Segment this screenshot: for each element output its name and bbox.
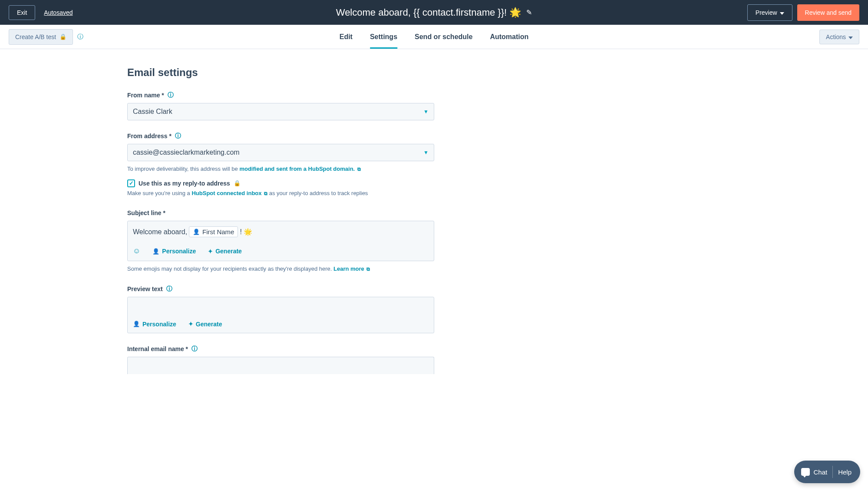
internal-name-input[interactable] <box>127 357 434 374</box>
subject-helper: Some emojis may not display for your rec… <box>127 265 434 273</box>
sparkle-icon: ✦ <box>208 248 213 255</box>
page-title-text: Welcome aboard, {{ contact.firstname }}!… <box>336 7 521 18</box>
subject-actions: ☺ 👤 Personalize ✦ Generate <box>133 247 429 255</box>
generate-label: Generate <box>215 248 242 255</box>
link-text: modified and sent from a HubSpot domain. <box>239 166 355 172</box>
from-name-label-text: From name * <box>127 92 164 99</box>
preview-text-content <box>133 302 429 313</box>
personalize-button[interactable]: 👤 Personalize <box>133 321 176 328</box>
from-name-select[interactable]: Cassie Clark ▼ <box>127 103 434 120</box>
exit-button[interactable]: Exit <box>9 5 35 20</box>
from-address-helper: To improve deliverability, this address … <box>127 165 434 173</box>
info-icon[interactable] <box>166 286 172 292</box>
reply-to-checkbox-row: ✓ Use this as my reply-to address 🔒 <box>127 179 434 187</box>
create-ab-test-button[interactable]: Create A/B test 🔒 <box>9 29 73 45</box>
subject-line-group: Subject line * Welcome aboard, 👤 First N… <box>127 209 434 273</box>
lock-icon: 🔒 <box>234 180 241 186</box>
reply-to-label: Use this as my reply-to address 🔒 <box>139 180 241 187</box>
learn-more-link[interactable]: Learn more ⧉ <box>333 265 370 272</box>
chevron-down-icon <box>780 9 784 16</box>
subject-line-label: Subject line * <box>127 209 434 216</box>
header-title-area: Welcome aboard, {{ contact.firstname }}!… <box>336 7 532 18</box>
generate-button[interactable]: ✦ Generate <box>188 321 222 328</box>
tab-settings[interactable]: Settings <box>370 25 397 49</box>
connected-inbox-link[interactable]: HubSpot connected inbox ⧉ <box>191 190 269 196</box>
header-right: Preview Review and send <box>747 4 859 21</box>
subject-label-text: Subject line * <box>127 209 165 216</box>
internal-name-label-text: Internal email name * <box>127 345 188 352</box>
reply-to-label-text: Use this as my reply-to address <box>139 180 230 187</box>
helper-pre: Make sure you're using a <box>127 190 191 196</box>
tab-automation[interactable]: Automation <box>490 25 528 49</box>
person-icon: 👤 <box>152 248 159 255</box>
preview-text-label: Preview text <box>127 285 434 292</box>
generate-button[interactable]: ✦ Generate <box>208 248 242 255</box>
main-content: Email settings From name * Cassie Clark … <box>127 49 434 400</box>
info-icon[interactable] <box>168 92 174 98</box>
info-icon[interactable] <box>175 133 181 139</box>
from-address-group: From address * cassie@cassieclarkmarketi… <box>127 133 434 197</box>
helper-pre: To improve deliverability, this address … <box>127 166 239 172</box>
actions-button[interactable]: Actions <box>819 30 859 44</box>
tabs: Edit Settings Send or schedule Automatio… <box>340 25 529 49</box>
emoji-picker-button[interactable]: ☺ <box>133 247 140 255</box>
from-name-group: From name * Cassie Clark ▼ <box>127 92 434 120</box>
from-name-label: From name * <box>127 92 434 99</box>
preview-text-group: Preview text 👤 Personalize ✦ Generate <box>127 285 434 333</box>
internal-name-label: Internal email name * <box>127 345 434 352</box>
from-address-label-text: From address * <box>127 133 172 139</box>
preview-actions: 👤 Personalize ✦ Generate <box>133 321 429 328</box>
review-send-button[interactable]: Review and send <box>797 4 859 21</box>
page-heading: Email settings <box>127 66 434 79</box>
preview-text-input[interactable]: 👤 Personalize ✦ Generate <box>127 297 434 333</box>
link-text: Learn more <box>333 265 364 272</box>
helper-post: as your reply-to address to track replie… <box>269 190 368 196</box>
external-link-icon: ⧉ <box>264 191 267 196</box>
subject-content: Welcome aboard, 👤 First Name ! 🌟 <box>133 226 429 237</box>
personalize-label: Personalize <box>142 321 176 328</box>
tab-send-schedule[interactable]: Send or schedule <box>415 25 472 49</box>
token-label: First Name <box>202 228 234 236</box>
caret-down-icon: ▼ <box>423 149 429 156</box>
pencil-icon[interactable]: ✎ <box>526 8 532 17</box>
sub-header: Create A/B test 🔒 Edit Settings Send or … <box>0 25 868 49</box>
from-address-label: From address * <box>127 133 434 139</box>
info-icon[interactable] <box>191 346 198 352</box>
external-link-icon: ⧉ <box>366 266 370 272</box>
preview-button[interactable]: Preview <box>747 4 792 21</box>
subject-text-before: Welcome aboard, <box>133 228 187 236</box>
subject-text-after: ! 🌟 <box>240 228 252 236</box>
autosaved-link[interactable]: Autosaved <box>44 9 73 16</box>
info-icon[interactable] <box>77 34 83 40</box>
person-icon: 👤 <box>193 229 200 235</box>
link-text: HubSpot connected inbox <box>191 190 261 196</box>
reply-to-checkbox[interactable]: ✓ <box>127 179 135 187</box>
external-link-icon: ⧉ <box>357 166 361 172</box>
preview-label: Preview <box>756 9 777 16</box>
lock-icon: 🔒 <box>59 33 66 40</box>
caret-down-icon: ▼ <box>423 109 429 115</box>
subject-line-input[interactable]: Welcome aboard, 👤 First Name ! 🌟 ☺ 👤 Per… <box>127 221 434 261</box>
helper-pre: Some emojis may not display for your rec… <box>127 265 333 272</box>
reply-to-helper: Make sure you're using a HubSpot connect… <box>127 189 434 198</box>
chevron-down-icon <box>848 33 853 40</box>
hubspot-domain-link[interactable]: modified and sent from a HubSpot domain.… <box>239 166 360 172</box>
tab-edit[interactable]: Edit <box>340 25 353 49</box>
from-name-value: Cassie Clark <box>133 108 172 116</box>
from-address-select[interactable]: cassie@cassieclarkmarketing.com ▼ <box>127 144 434 161</box>
header-left: Exit Autosaved <box>9 5 73 20</box>
personalize-label: Personalize <box>162 248 196 255</box>
actions-label: Actions <box>826 33 846 40</box>
ab-test-label: Create A/B test <box>15 33 56 40</box>
preview-text-label-text: Preview text <box>127 285 163 292</box>
personalization-token[interactable]: 👤 First Name <box>189 226 238 237</box>
internal-name-group: Internal email name * <box>127 345 434 374</box>
generate-label: Generate <box>196 321 222 328</box>
personalize-button[interactable]: 👤 Personalize <box>152 248 196 255</box>
app-header: Exit Autosaved Welcome aboard, {{ contac… <box>0 0 868 25</box>
sparkle-icon: ✦ <box>188 321 193 327</box>
from-address-value: cassie@cassieclarkmarketing.com <box>133 149 240 156</box>
person-icon: 👤 <box>133 321 140 327</box>
